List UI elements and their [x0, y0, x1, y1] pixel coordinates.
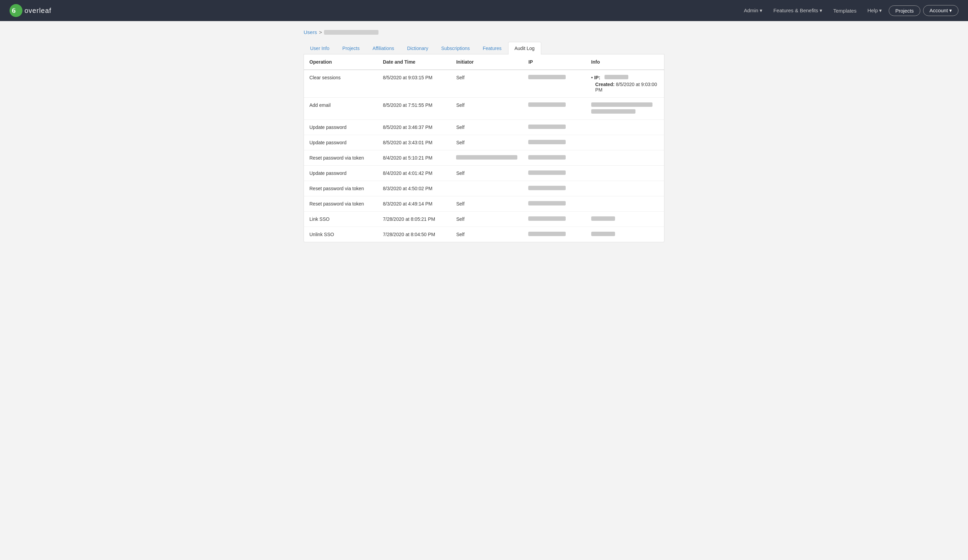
cell-operation: Reset password via token	[304, 151, 378, 166]
cell-info	[586, 181, 664, 196]
breadcrumb-separator: >	[319, 29, 322, 35]
cell-initiator	[451, 151, 523, 166]
cell-info	[586, 151, 664, 166]
info-ip-created: • IP: Created: 8/5/2020 at 9:03:00 PM	[591, 75, 659, 93]
cell-info: • IP: Created: 8/5/2020 at 9:03:00 PM	[586, 70, 664, 98]
cell-operation: Update password	[304, 166, 378, 181]
main-content: Users > User Info Projects Affiliations …	[297, 21, 671, 250]
nav-help[interactable]: Help ▾	[863, 5, 886, 17]
tab-audit-log[interactable]: Audit Log	[508, 42, 541, 55]
cell-initiator: Self	[451, 196, 523, 212]
col-header-date: Date and Time	[378, 55, 451, 70]
tab-projects[interactable]: Projects	[336, 42, 366, 55]
cell-initiator: Self	[451, 98, 523, 120]
info-created-line: Created: 8/5/2020 at 9:03:00 PM	[591, 82, 659, 93]
cell-ip	[523, 181, 585, 196]
cell-initiator	[451, 181, 523, 196]
account-button-label: Account	[930, 7, 948, 13]
svg-point-0	[10, 4, 22, 17]
info-ip-label: IP:	[594, 75, 600, 80]
cell-date: 8/5/2020 at 7:51:55 PM	[378, 98, 451, 120]
cell-date: 7/28/2020 at 8:05:21 PM	[378, 212, 451, 227]
table-row: Update password8/5/2020 at 3:46:37 PMSel…	[304, 120, 664, 135]
info-ip-value-blurred	[605, 75, 628, 79]
cell-date: 7/28/2020 at 8:04:50 PM	[378, 227, 451, 242]
col-header-ip: IP	[523, 55, 585, 70]
nav-features-benefits[interactable]: Features & Benefits ▾	[769, 5, 826, 17]
cell-date: 8/5/2020 at 3:46:37 PM	[378, 120, 451, 135]
tab-features[interactable]: Features	[476, 42, 508, 55]
ip-blurred	[528, 171, 566, 175]
breadcrumb-users-link[interactable]: Users	[303, 29, 317, 35]
info-blurred-small	[591, 232, 615, 236]
cell-info	[586, 166, 664, 181]
brand-logo-container[interactable]: 6 overleaf	[10, 4, 51, 17]
table-row: Reset password via token8/3/2020 at 4:50…	[304, 181, 664, 196]
table-row: Unlink SSO7/28/2020 at 8:04:50 PMSelf	[304, 227, 664, 242]
account-button[interactable]: Account ▾	[923, 5, 958, 16]
cell-ip	[523, 98, 585, 120]
col-header-initiator: Initiator	[451, 55, 523, 70]
projects-button[interactable]: Projects	[889, 5, 920, 16]
cell-date: 8/4/2020 at 4:01:42 PM	[378, 166, 451, 181]
cell-info	[586, 196, 664, 212]
cell-info	[586, 227, 664, 242]
brand-name: overleaf	[25, 7, 51, 15]
audit-log-table: Operation Date and Time Initiator IP Inf…	[304, 55, 664, 242]
col-header-operation: Operation	[304, 55, 378, 70]
cell-ip	[523, 120, 585, 135]
tabs: User Info Projects Affiliations Dictiona…	[303, 42, 665, 55]
cell-ip	[523, 135, 585, 151]
cell-info	[586, 120, 664, 135]
nav-links: Admin ▾ Features & Benefits ▾ Templates …	[70, 5, 958, 17]
table-row: Add email8/5/2020 at 7:51:55 PMSelf	[304, 98, 664, 120]
cell-ip	[523, 166, 585, 181]
tab-subscriptions[interactable]: Subscriptions	[435, 42, 476, 55]
cell-operation: Link SSO	[304, 212, 378, 227]
table-row: Update password8/4/2020 at 4:01:42 PMSel…	[304, 166, 664, 181]
cell-initiator: Self	[451, 70, 523, 98]
ip-blurred	[528, 216, 566, 221]
table-row: Link SSO7/28/2020 at 8:05:21 PMSelf	[304, 212, 664, 227]
breadcrumb-user-name	[324, 30, 378, 35]
cell-operation: Unlink SSO	[304, 227, 378, 242]
ip-blurred	[528, 155, 566, 159]
nav-admin[interactable]: Admin ▾	[739, 5, 766, 17]
svg-text:6: 6	[12, 6, 16, 15]
audit-log-table-container: Operation Date and Time Initiator IP Inf…	[303, 55, 665, 242]
cell-operation: Reset password via token	[304, 181, 378, 196]
breadcrumb: Users >	[303, 29, 665, 35]
cell-date: 8/5/2020 at 9:03:15 PM	[378, 70, 451, 98]
cell-initiator: Self	[451, 166, 523, 181]
info-blurred-container	[591, 103, 659, 115]
ip-blurred	[528, 232, 566, 236]
cell-ip	[523, 196, 585, 212]
info-ip-line: • IP:	[591, 75, 659, 80]
cell-initiator: Self	[451, 120, 523, 135]
cell-initiator: Self	[451, 227, 523, 242]
tab-user-info[interactable]: User Info	[303, 42, 336, 55]
table-row: Clear sessions8/5/2020 at 9:03:15 PMSelf…	[304, 70, 664, 98]
info-blurred-small	[591, 216, 615, 221]
tab-dictionary[interactable]: Dictionary	[401, 42, 435, 55]
navbar: 6 overleaf Admin ▾ Features & Benefits ▾…	[0, 0, 968, 21]
cell-info	[586, 212, 664, 227]
cell-operation: Clear sessions	[304, 70, 378, 98]
cell-ip	[523, 227, 585, 242]
table-row: Reset password via token8/4/2020 at 5:10…	[304, 151, 664, 166]
nav-templates[interactable]: Templates	[829, 5, 860, 17]
cell-ip	[523, 212, 585, 227]
cell-info	[586, 135, 664, 151]
ip-blurred	[528, 201, 566, 205]
initiator-blurred	[456, 155, 517, 159]
info-blurred-line2	[591, 109, 635, 114]
cell-initiator: Self	[451, 212, 523, 227]
cell-ip	[523, 151, 585, 166]
ip-blurred	[528, 140, 566, 144]
cell-date: 8/4/2020 at 5:10:21 PM	[378, 151, 451, 166]
cell-initiator: Self	[451, 135, 523, 151]
cell-operation: Update password	[304, 135, 378, 151]
overleaf-logo-icon: 6	[10, 4, 22, 17]
tab-affiliations[interactable]: Affiliations	[366, 42, 401, 55]
cell-date: 8/3/2020 at 4:50:02 PM	[378, 181, 451, 196]
